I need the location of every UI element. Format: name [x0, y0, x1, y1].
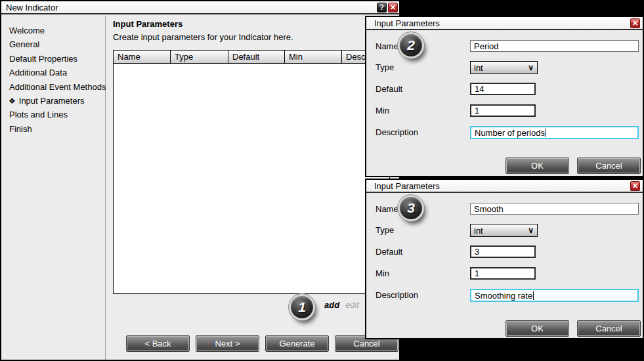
step-badge-3: 3 — [400, 197, 422, 219]
step-badge-1: 1 — [291, 296, 313, 318]
description-value: Number of periods — [475, 128, 545, 138]
active-step-marker-icon: ❖ — [9, 96, 16, 106]
dialog-buttons: OK Cancel — [505, 320, 641, 337]
default-label: Default — [376, 83, 461, 96]
type-select[interactable]: int ∨ — [470, 224, 538, 237]
parameters-table-body[interactable] — [114, 64, 389, 293]
default-input[interactable]: 3 — [470, 245, 536, 258]
close-icon[interactable]: ✕ — [388, 3, 398, 12]
type-select-value: int — [474, 226, 483, 236]
column-header-default: Default — [228, 51, 285, 63]
type-select[interactable]: int ∨ — [470, 61, 538, 74]
new-indicator-window: New Indicator ? ✕ Welcome General Defaul… — [0, 0, 400, 361]
column-header-name: Name — [114, 51, 171, 63]
sidebar-item-finish[interactable]: Finish — [1, 122, 105, 136]
default-label: Default — [376, 245, 461, 259]
min-input[interactable]: 1 — [470, 267, 536, 280]
name-input[interactable]: Smooth — [470, 203, 639, 215]
type-label: Type — [376, 224, 461, 237]
generate-button[interactable]: Generate — [265, 335, 329, 352]
window-titlebar[interactable]: New Indicator ? ✕ — [1, 1, 399, 14]
sidebar-item-default-properties[interactable]: Default Properties — [1, 52, 105, 66]
type-select-value: int — [474, 63, 483, 73]
close-icon[interactable]: ✕ — [630, 181, 640, 191]
help-icon[interactable]: ? — [377, 3, 387, 12]
sidebar-item-label: Input Parameters — [19, 96, 85, 106]
edit-parameter-link[interactable]: edit — [345, 300, 359, 310]
sidebar-item-additional-data[interactable]: Additional Data — [1, 66, 105, 79]
text-caret — [546, 129, 546, 137]
cancel-button[interactable]: Cancel — [577, 158, 641, 174]
sidebar-item-plots-and-lines[interactable]: Plots and Lines — [1, 108, 105, 121]
min-input[interactable]: 1 — [470, 104, 536, 117]
sidebar-item-welcome[interactable]: Welcome — [1, 24, 105, 37]
column-header-min: Min — [285, 51, 342, 63]
type-label: Type — [376, 61, 461, 74]
sidebar-item-general[interactable]: General — [1, 37, 105, 51]
wizard-sidebar: Welcome General Default Properties Addit… — [1, 16, 106, 360]
parameters-table: Name Type Default Min Description — [113, 50, 390, 294]
sidebar-item-input-parameters[interactable]: ❖Input Parameters — [1, 94, 105, 108]
description-label: Description — [376, 126, 461, 139]
name-input[interactable]: Period — [470, 40, 639, 52]
dialog-titlebar[interactable]: Input Parameters ✕ — [366, 180, 643, 193]
cancel-button[interactable]: Cancel — [577, 320, 641, 337]
min-label: Min — [376, 104, 461, 117]
sidebar-item-additional-event-methods[interactable]: Additional Event Methods — [1, 80, 105, 94]
next-button[interactable]: Next > — [196, 335, 259, 352]
page-subtitle: Create input parameters for your Indicat… — [113, 32, 293, 42]
text-caret — [533, 291, 534, 300]
back-button[interactable]: < Back — [126, 335, 190, 352]
parameters-table-header: Name Type Default Min Description — [114, 51, 389, 64]
description-input[interactable]: Smoothing rate — [470, 289, 639, 302]
dialog-title: Input Parameters — [374, 18, 440, 28]
screen-background: New Indicator ? ✕ Welcome General Defaul… — [0, 0, 644, 361]
ok-button[interactable]: OK — [505, 158, 569, 174]
wizard-footer-buttons: < Back Next > Generate Cancel — [126, 335, 398, 352]
description-label: Description — [376, 289, 461, 302]
dialog-buttons: OK Cancel — [505, 158, 641, 174]
chevron-down-icon: ∨ — [528, 227, 534, 234]
description-value: Smoothing rate — [475, 291, 532, 301]
window-title: New Indicator — [6, 3, 58, 12]
description-input[interactable]: Number of periods — [470, 126, 639, 139]
column-header-type: Type — [171, 51, 228, 63]
chevron-down-icon: ∨ — [528, 64, 534, 71]
step-badge-2: 2 — [400, 34, 422, 56]
dialog-title: Input Parameters — [374, 181, 440, 191]
min-label: Min — [376, 267, 461, 280]
ok-button[interactable]: OK — [505, 320, 569, 337]
close-icon[interactable]: ✕ — [630, 18, 640, 28]
dialog-titlebar[interactable]: Input Parameters ✕ — [366, 17, 643, 30]
page-title: Input Parameters — [113, 19, 182, 29]
add-parameter-link[interactable]: add — [324, 300, 339, 310]
default-input[interactable]: 14 — [470, 83, 536, 95]
